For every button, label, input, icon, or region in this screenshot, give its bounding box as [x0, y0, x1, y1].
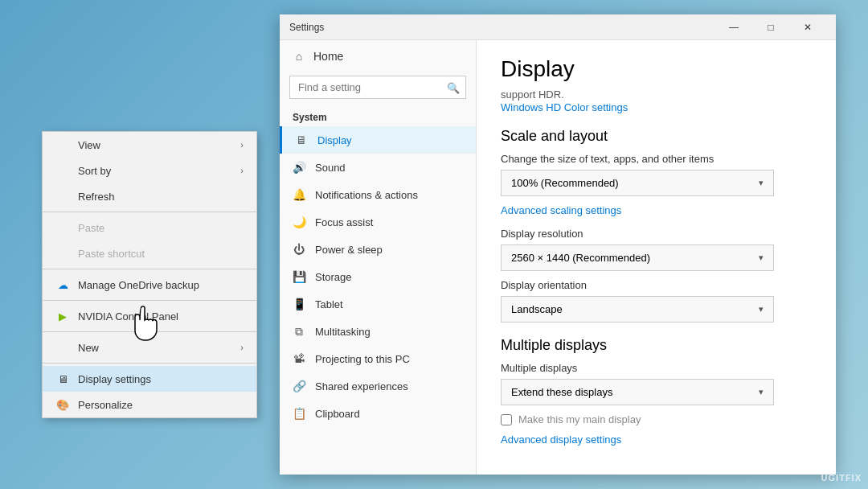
- sidebar-item-sound[interactable]: 🔊 Sound: [280, 154, 476, 181]
- sidebar-item-tablet[interactable]: 📱 Tablet: [280, 290, 476, 318]
- watermark: UGITFIX: [821, 473, 862, 483]
- sidebar: ⌂ Home 🔍 System 🖥 Display 🔊 Sound 🔔 Noti…: [280, 40, 477, 475]
- sidebar-item-power[interactable]: ⏻ Power & sleep: [280, 236, 476, 263]
- display-icon: 🖥: [295, 134, 308, 146]
- cm-new-label: New: [78, 342, 99, 354]
- scale-section-title: Scale and layout: [501, 128, 812, 145]
- sidebar-section-label: System: [280, 105, 476, 126]
- cm-item-onedrive[interactable]: ☁ Manage OneDrive backup: [43, 272, 256, 298]
- cm-display-settings-label: Display settings: [78, 373, 151, 385]
- cm-nvidia-label: NVIDIA Control Panel: [78, 310, 178, 323]
- sound-icon: 🔊: [293, 161, 305, 174]
- paste-icon: [55, 220, 70, 235]
- cm-sort-label: Sort by: [78, 165, 111, 177]
- cm-sep-2: [43, 269, 256, 269]
- focus-icon: 🌙: [293, 216, 305, 228]
- minimize-button[interactable]: —: [715, 14, 752, 40]
- sidebar-item-notifications-label: Notifications & actions: [315, 189, 418, 201]
- personalize-icon: 🎨: [55, 397, 70, 412]
- projecting-icon: 📽: [293, 352, 305, 365]
- multi-value: Extend these displays: [511, 386, 612, 398]
- power-icon: ⏻: [293, 243, 305, 256]
- multi-label: Multiple displays: [501, 362, 812, 374]
- resolution-dropdown-arrow: ▾: [759, 253, 764, 263]
- sidebar-item-power-label: Power & sleep: [315, 244, 383, 256]
- orientation-dropdown[interactable]: Landscape ▾: [501, 296, 774, 323]
- multi-section-title: Multiple displays: [501, 337, 812, 354]
- clipboard-icon: 📋: [293, 407, 305, 420]
- scale-label: Change the size of text, apps, and other…: [501, 153, 812, 165]
- sidebar-item-storage[interactable]: 💾 Storage: [280, 263, 476, 290]
- sidebar-item-sound-label: Sound: [315, 162, 346, 174]
- search-icon: 🔍: [447, 81, 460, 93]
- maximize-button[interactable]: □: [752, 14, 789, 40]
- onedrive-icon: ☁: [55, 277, 70, 292]
- sidebar-item-display-label: Display: [317, 134, 352, 146]
- sidebar-item-projecting-label: Projecting to this PC: [315, 353, 410, 365]
- home-label: Home: [313, 50, 343, 63]
- hdr-link[interactable]: Windows HD Color settings: [501, 101, 812, 113]
- main-display-label: Make this my main display: [518, 413, 641, 425]
- cm-item-sort[interactable]: Sort by ›: [43, 158, 256, 183]
- main-display-checkbox[interactable]: [501, 414, 512, 425]
- cm-item-paste-shortcut: Paste shortcut: [43, 240, 256, 266]
- new-chevron: ›: [240, 343, 244, 352]
- paste-shortcut-icon: [55, 246, 70, 261]
- scale-value: 100% (Recommended): [511, 177, 619, 189]
- tablet-icon: 📱: [293, 298, 305, 310]
- resolution-label: Display resolution: [501, 228, 812, 240]
- sidebar-item-notifications[interactable]: 🔔 Notifications & actions: [280, 181, 476, 208]
- cm-onedrive-label: Manage OneDrive backup: [78, 279, 199, 291]
- sidebar-item-projecting[interactable]: 📽 Projecting to this PC: [280, 345, 476, 372]
- display-settings-icon: 🖥: [55, 372, 70, 386]
- sidebar-item-display[interactable]: 🖥 Display: [280, 126, 476, 154]
- main-content: Display support HDR. Windows HD Color se…: [477, 40, 836, 475]
- sidebar-item-focus[interactable]: 🌙 Focus assist: [280, 208, 476, 236]
- refresh-icon: [55, 189, 70, 203]
- cm-item-paste: Paste: [43, 215, 256, 240]
- sort-icon: [55, 163, 70, 178]
- view-chevron: ›: [240, 140, 244, 150]
- resolution-dropdown[interactable]: 2560 × 1440 (Recommended) ▾: [501, 244, 774, 271]
- resolution-value: 2560 × 1440 (Recommended): [511, 252, 650, 264]
- view-icon: [55, 138, 70, 152]
- sidebar-item-clipboard-label: Clipboard: [315, 408, 360, 420]
- sidebar-item-storage-label: Storage: [315, 271, 352, 283]
- window-controls: — □ ✕: [715, 14, 826, 40]
- multitasking-icon: ⧉: [293, 325, 305, 338]
- search-input[interactable]: [289, 76, 466, 99]
- cm-item-personalize[interactable]: 🎨 Personalize: [43, 392, 256, 417]
- cm-item-display-settings[interactable]: 🖥 Display settings: [43, 366, 256, 392]
- cm-item-view[interactable]: View ›: [43, 132, 256, 158]
- orientation-label: Display orientation: [501, 279, 812, 291]
- title-bar: Settings — □ ✕: [280, 14, 836, 40]
- page-title: Display: [501, 56, 812, 82]
- adv-scale-link[interactable]: Advanced scaling settings: [501, 204, 812, 216]
- notifications-icon: 🔔: [293, 188, 305, 201]
- multi-dropdown[interactable]: Extend these displays ▾: [501, 379, 774, 405]
- cm-item-nvidia[interactable]: ▶ NVIDIA Control Panel: [43, 303, 256, 329]
- settings-window: Settings — □ ✕ ⌂ Home 🔍 System 🖥 Display: [280, 14, 836, 475]
- sidebar-home[interactable]: ⌂ Home: [280, 40, 476, 72]
- storage-icon: 💾: [293, 270, 305, 283]
- context-menu: View › Sort by › Refresh Paste Paste sho…: [42, 131, 257, 418]
- cm-personalize-label: Personalize: [78, 399, 133, 411]
- main-display-row: Make this my main display: [501, 413, 812, 425]
- cm-sep-1: [43, 212, 256, 212]
- cm-refresh-label: Refresh: [78, 191, 115, 203]
- sidebar-item-tablet-label: Tablet: [315, 298, 343, 310]
- search-bar-container: 🔍: [289, 76, 466, 99]
- nvidia-icon: ▶: [55, 309, 70, 323]
- home-icon: ⌂: [293, 50, 305, 63]
- new-icon: [55, 340, 70, 355]
- shared-icon: 🔗: [293, 380, 305, 392]
- scale-dropdown[interactable]: 100% (Recommended) ▾: [501, 170, 774, 196]
- sidebar-item-focus-label: Focus assist: [315, 216, 373, 228]
- cm-item-new[interactable]: New ›: [43, 335, 256, 360]
- close-button[interactable]: ✕: [789, 14, 826, 40]
- cm-item-refresh[interactable]: Refresh: [43, 183, 256, 209]
- sidebar-item-multitasking[interactable]: ⧉ Multitasking: [280, 318, 476, 345]
- adv-display-link[interactable]: Advanced display settings: [501, 434, 812, 446]
- sidebar-item-shared[interactable]: 🔗 Shared experiences: [280, 372, 476, 400]
- sidebar-item-clipboard[interactable]: 📋 Clipboard: [280, 400, 476, 427]
